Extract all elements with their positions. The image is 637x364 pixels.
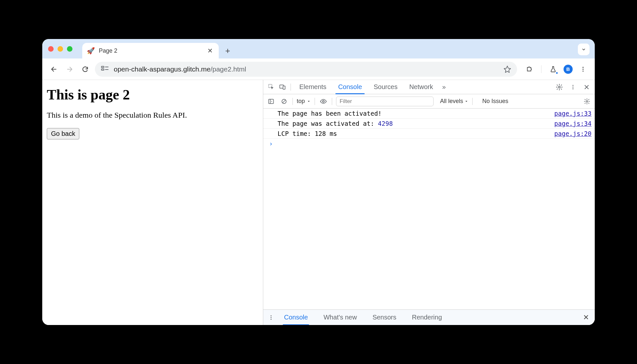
issues-count[interactable]: No Issues [482,98,508,105]
log-source-link[interactable]: page.js:20 [554,130,592,137]
tab-console[interactable]: Console [333,80,367,94]
browser-menu-button[interactable] [577,63,589,75]
svg-point-19 [586,100,588,102]
svg-rect-14 [269,99,274,103]
url-domain: open-chalk-asparagus.glitch.me [114,65,211,73]
devices-icon [279,84,286,90]
close-tab-button[interactable]: ✕ [206,47,214,55]
levels-label: All levels [440,98,463,105]
svg-point-5 [582,69,583,70]
star-icon [503,65,511,73]
go-back-button[interactable]: Go back [47,128,79,139]
inspect-icon [268,84,275,90]
page-heading: This is page 2 [47,86,258,103]
drawer-tab-whatsnew[interactable]: What's new [316,310,364,325]
devtools-drawer: Console What's new Sensors Rendering ✕ [263,309,595,325]
drawer-close-button[interactable]: ✕ [580,313,592,322]
svg-point-12 [573,86,574,87]
svg-point-10 [558,86,560,88]
console-sidebar-toggle[interactable] [266,97,276,106]
devtools-divider [291,84,291,91]
tab-elements[interactable]: Elements [294,80,332,94]
svg-rect-0 [101,66,104,68]
log-message: LCP time: 128 ms [278,130,554,137]
console-settings-button[interactable] [582,97,592,106]
ban-icon [281,98,287,105]
console-log-row: The page was activated at: 4298 page.js:… [263,119,595,129]
browser-tab[interactable]: 🚀 Page 2 ✕ [82,43,219,58]
toolbar-right: B [521,63,589,75]
page-description: This is a demo of the Speculation Rules … [47,111,258,120]
filter-text-field[interactable] [340,98,430,105]
drawer-tab-rendering[interactable]: Rendering [405,310,449,325]
devtools-menu-button[interactable] [568,82,578,92]
profile-avatar[interactable]: B [564,65,573,74]
clear-console-button[interactable] [280,97,289,106]
maximize-window-button[interactable] [67,46,72,52]
log-source-link[interactable]: page.js:34 [554,120,592,127]
svg-point-4 [582,67,583,68]
live-expression-button[interactable] [319,97,328,106]
content-area: This is page 2 This is a demo of the Spe… [42,80,595,325]
console-divider [332,98,332,105]
toolbar-divider [541,65,541,73]
console-filter-input[interactable] [336,97,434,106]
window-controls [48,39,82,58]
new-tab-button[interactable]: + [219,43,237,58]
back-button[interactable] [48,63,60,75]
devtools-panel: Elements Console Sources Network » [263,80,595,325]
drawer-tab-sensors[interactable]: Sensors [365,310,403,325]
url-text: open-chalk-asparagus.glitch.me/page2.htm… [114,65,499,73]
svg-point-21 [271,317,272,318]
console-divider [292,98,293,105]
kebab-icon [580,66,586,72]
svg-point-18 [322,100,324,102]
tab-favicon-icon: 🚀 [87,47,95,55]
tabs-dropdown-button[interactable] [578,44,590,55]
close-icon [584,84,590,90]
address-bar[interactable]: open-chalk-asparagus.glitch.me/page2.htm… [95,62,517,77]
svg-point-20 [271,315,272,316]
svg-point-11 [573,85,574,86]
extensions-button[interactable] [524,63,535,75]
log-levels-selector[interactable]: All levels [440,98,468,105]
inspect-element-button[interactable] [266,82,276,92]
svg-rect-9 [283,86,285,89]
avatar-letter: B [566,66,570,72]
console-log-row: The page has been activated! page.js:33 [263,109,595,119]
close-window-button[interactable] [48,46,54,52]
console-prompt[interactable]: › [263,139,595,149]
log-source-link[interactable]: page.js:33 [554,110,592,117]
svg-rect-1 [101,69,104,70]
devtools-settings-button[interactable] [554,82,564,92]
arrow-left-icon [50,66,58,73]
chevron-down-icon [581,47,586,52]
forward-button[interactable] [64,63,75,75]
context-selector[interactable]: top [297,98,311,105]
site-settings-icon[interactable] [101,66,109,72]
tab-sources[interactable]: Sources [369,80,403,94]
drawer-tab-console[interactable]: Console [277,310,315,325]
console-divider [315,98,315,105]
browser-toolbar: open-chalk-asparagus.glitch.me/page2.htm… [42,58,595,80]
page-content: This is page 2 This is a demo of the Spe… [42,80,263,325]
browser-window: 🚀 Page 2 ✕ + open-chalk-asparagus.glitch… [42,39,595,325]
reload-button[interactable] [79,63,91,75]
minimize-window-button[interactable] [58,46,63,52]
drawer-menu-button[interactable] [266,313,276,322]
devtools-close-button[interactable] [582,82,592,92]
more-tabs-button[interactable]: » [440,80,448,94]
bookmark-button[interactable] [503,65,511,73]
svg-point-6 [582,71,583,72]
log-message: The page was activated at: 4298 [278,120,554,127]
svg-line-17 [282,100,286,103]
kebab-icon [570,84,576,90]
experiments-button[interactable] [547,63,559,75]
console-divider [472,98,473,105]
log-message: The page has been activated! [278,110,554,117]
device-toolbar-button[interactable] [278,82,287,92]
reload-icon [82,66,89,73]
caret-down-icon [307,99,311,103]
svg-point-22 [271,318,272,319]
tab-network[interactable]: Network [404,80,438,94]
